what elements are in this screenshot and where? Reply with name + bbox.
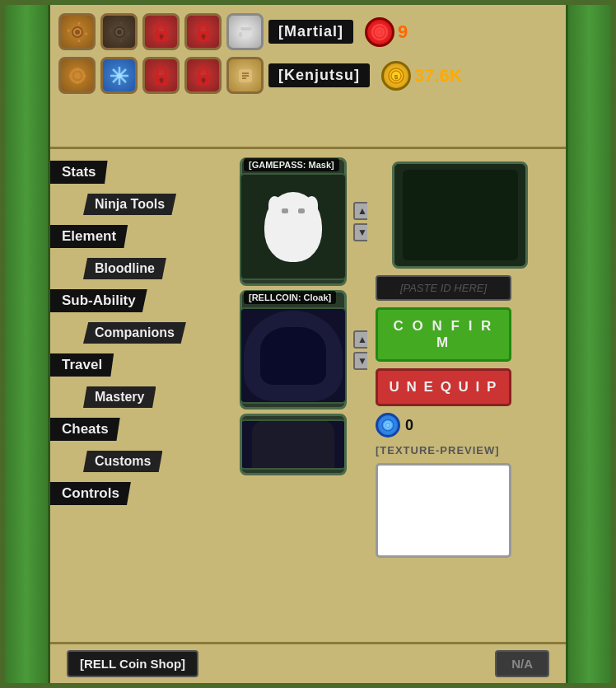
skill-slot-1[interactable] bbox=[58, 13, 96, 50]
svg-text:$: $ bbox=[394, 73, 399, 81]
kenjutsu-currency: 37.6K bbox=[414, 65, 463, 87]
outer-frame: [Martial] 9 bbox=[0, 0, 616, 688]
left-column-decoration bbox=[5, 5, 50, 683]
main-area: Stats Ninja Tools Element Bloodline Sub-… bbox=[50, 149, 566, 642]
svg-rect-6 bbox=[161, 36, 162, 40]
top-preview-box bbox=[392, 161, 528, 269]
texture-preview-label: [TEXTURE-PREVIEW] bbox=[376, 444, 532, 456]
svg-point-1 bbox=[75, 30, 80, 35]
sidebar-item-cheats[interactable]: Cheats bbox=[50, 414, 231, 444]
cloak-tag: [RELLCOIN: Cloak] bbox=[244, 291, 336, 304]
third-preview bbox=[240, 419, 347, 470]
mask-arrow-down[interactable]: ▼ bbox=[353, 223, 367, 241]
bottom-bar: [RELL Coin Shop] N/A bbox=[50, 642, 566, 683]
sidebar-item-stats[interactable]: Stats bbox=[50, 157, 231, 187]
skill-row-martial: [Martial] 9 bbox=[58, 13, 558, 50]
skill-slot-9-lock[interactable] bbox=[184, 57, 222, 94]
mask-tag: [GAMEPASS: Mask] bbox=[244, 158, 339, 171]
mask-ear-left bbox=[268, 196, 281, 213]
gold-coin-icon: $ bbox=[381, 61, 411, 91]
sidebar-item-customs[interactable]: Customs bbox=[50, 447, 231, 475]
kenjutsu-badge: $ 37.6K bbox=[381, 61, 463, 91]
unequip-button[interactable]: U N E Q U I P bbox=[376, 368, 511, 406]
martial-badge: 9 bbox=[365, 17, 408, 47]
right-column-decoration bbox=[566, 5, 611, 683]
skill-slot-4-lock[interactable] bbox=[184, 13, 222, 50]
skill-slot-3-lock[interactable] bbox=[142, 13, 180, 50]
cloak-item-row: [RELLCOIN: Cloak] ▲ ▼ bbox=[240, 290, 367, 410]
cloak-item-card[interactable]: [RELLCOIN: Cloak] bbox=[240, 290, 347, 410]
svg-point-3 bbox=[117, 30, 122, 35]
content-panel: [GAMEPASS: Mask] bbox=[231, 149, 566, 642]
third-item-row bbox=[240, 414, 367, 475]
svg-point-26 bbox=[117, 73, 122, 78]
rellcoin-icon bbox=[376, 413, 400, 438]
mask-ear-right bbox=[306, 196, 318, 213]
skill-slot-2[interactable] bbox=[100, 13, 138, 50]
paste-id-field[interactable]: [PASTE ID HERE] bbox=[376, 275, 511, 301]
cloak-preview bbox=[240, 307, 347, 404]
cloak-art bbox=[244, 311, 343, 401]
mask-eye-right bbox=[298, 208, 305, 213]
svg-rect-29 bbox=[161, 80, 162, 83]
rellcoin-count: 0 bbox=[405, 417, 413, 434]
cloak-arrow-up[interactable]: ▲ bbox=[353, 330, 367, 349]
kenjutsu-label: [Kenjutsu] bbox=[268, 63, 370, 87]
svg-rect-32 bbox=[203, 80, 204, 83]
skill-slot-5-martial[interactable] bbox=[226, 13, 264, 50]
mask-eyes bbox=[282, 208, 305, 213]
skill-slot-8-lock[interactable] bbox=[142, 57, 180, 94]
na-badge: N/A bbox=[495, 650, 549, 677]
svg-point-17 bbox=[74, 73, 81, 79]
sidebar-item-travel[interactable]: Travel bbox=[50, 350, 231, 380]
mask-preview bbox=[240, 173, 347, 280]
cloak-inner-art bbox=[260, 327, 326, 385]
skill-slot-10-kenjutsu[interactable] bbox=[226, 57, 264, 94]
svg-point-15 bbox=[378, 30, 381, 34]
mask-face-art bbox=[264, 192, 322, 262]
mask-item-card[interactable]: [GAMEPASS: Mask] bbox=[240, 157, 347, 286]
skill-slot-7-snowflake[interactable] bbox=[100, 57, 138, 94]
sidebar-item-sub-ability[interactable]: Sub-Ability bbox=[50, 286, 231, 316]
rell-coin-shop-button[interactable]: [RELL Coin Shop] bbox=[67, 650, 198, 677]
mask-scroll-arrows: ▲ ▼ bbox=[353, 202, 367, 241]
sidebar-item-companions[interactable]: Companions bbox=[50, 319, 231, 347]
sidebar-item-element[interactable]: Element bbox=[50, 222, 231, 251]
skill-row-kenjutsu: [Kenjutsu] $ 37.6K bbox=[58, 57, 558, 94]
mask-eye-left bbox=[282, 208, 288, 213]
sidebar-item-bloodline[interactable]: Bloodline bbox=[50, 255, 231, 283]
svg-point-42 bbox=[386, 424, 390, 427]
rellcoin-row: 0 bbox=[376, 413, 532, 438]
sidebar-item-controls[interactable]: Controls bbox=[50, 479, 231, 508]
skill-slot-6[interactable] bbox=[58, 57, 96, 94]
sidebar-item-ninja-tools[interactable]: Ninja Tools bbox=[50, 190, 231, 218]
martial-count: 9 bbox=[398, 21, 408, 43]
martial-label: [Martial] bbox=[268, 20, 353, 44]
cloak-scroll-arrows: ▲ ▼ bbox=[353, 330, 367, 370]
sidebar: Stats Ninja Tools Element Bloodline Sub-… bbox=[50, 149, 231, 642]
top-bar: [Martial] 9 bbox=[50, 5, 566, 149]
dark-cloth-art bbox=[252, 420, 334, 470]
texture-preview-box bbox=[376, 463, 511, 558]
right-panel: [PASTE ID HERE] C O N F I R M U N E Q U … bbox=[376, 157, 532, 634]
svg-rect-9 bbox=[203, 36, 204, 40]
svg-rect-11 bbox=[240, 27, 252, 30]
mask-arrow-up[interactable]: ▲ bbox=[353, 202, 367, 220]
items-column: [GAMEPASS: Mask] bbox=[240, 157, 367, 634]
cloak-arrow-down[interactable]: ▼ bbox=[353, 352, 367, 370]
sidebar-item-mastery[interactable]: Mastery bbox=[50, 383, 231, 411]
svg-rect-12 bbox=[239, 32, 242, 37]
mask-item-row: [GAMEPASS: Mask] bbox=[240, 157, 367, 286]
red-target-icon bbox=[365, 17, 394, 47]
third-item-card[interactable] bbox=[240, 414, 347, 475]
preview-inner bbox=[403, 170, 518, 260]
confirm-button[interactable]: C O N F I R M bbox=[376, 307, 511, 362]
